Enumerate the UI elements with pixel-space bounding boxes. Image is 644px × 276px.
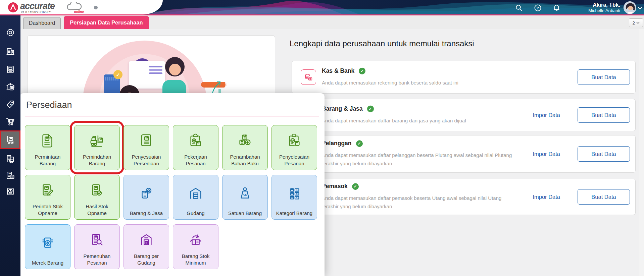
tile-label: Barang Stok Minimum bbox=[173, 253, 218, 269]
sidebar-item-cash-bank[interactable] bbox=[0, 78, 20, 95]
decor-dot bbox=[94, 6, 98, 9]
kg-weight-icon: KG bbox=[222, 175, 267, 210]
tile-penyelesaian-pesanan[interactable]: Penyelesaian Pesanan bbox=[271, 125, 317, 170]
sidebar-item-fixed-asset[interactable] bbox=[0, 150, 20, 167]
avatar[interactable] bbox=[624, 1, 636, 14]
tile-penambahan-bahan-baku[interactable]: Penambahan Bahan Baku bbox=[222, 125, 268, 170]
warehouse-box-icon bbox=[124, 225, 169, 253]
sidebar-item-company[interactable] bbox=[0, 43, 20, 60]
tab-overflow-dropdown[interactable]: 2 bbox=[629, 18, 643, 27]
chevron-down-icon[interactable] bbox=[638, 5, 642, 11]
price-tag-rp-icon: Rp bbox=[6, 100, 15, 109]
tile-label: Pemenuhan Pesanan bbox=[75, 253, 119, 269]
buat-data-button[interactable]: Buat Data bbox=[578, 146, 630, 162]
svg-text:B: B bbox=[296, 193, 298, 195]
buat-data-button[interactable]: Buat Data bbox=[578, 107, 630, 123]
tile-penyesuaian-persediaan[interactable]: Penyesuaian Persediaan bbox=[123, 125, 169, 170]
tile-label: Pekerjaan Pesanan bbox=[173, 154, 218, 170]
tile-satuan-barang[interactable]: KG Satuan Barang bbox=[222, 175, 268, 220]
clipboard-check-box-icon bbox=[272, 125, 317, 154]
status-complete-icon: ✓ bbox=[367, 105, 374, 112]
svg-text:?: ? bbox=[537, 6, 539, 10]
scrollbar[interactable] bbox=[639, 29, 644, 276]
buat-data-button[interactable]: Buat Data bbox=[578, 69, 630, 85]
tile-label: Satuan Barang bbox=[222, 210, 267, 220]
illustration-window bbox=[129, 61, 165, 89]
status-complete-icon: ✓ bbox=[359, 67, 365, 74]
tile-merek-barang[interactable]: Merek Barang bbox=[25, 224, 70, 269]
user-info[interactable]: Akira, Tbk. Michelle Ardianti bbox=[588, 2, 620, 13]
tab-persiapan-data-perusahaan[interactable]: Persiapan Data Perusahaan bbox=[64, 16, 149, 29]
card-barang-jasa: Barang & Jasa ✓ Anda dapat memasukan daf… bbox=[292, 99, 636, 131]
tile-label: Gudang bbox=[173, 210, 218, 220]
sidebar-item-sales[interactable]: Rp bbox=[0, 96, 20, 113]
tile-label: Kategori Barang bbox=[272, 210, 317, 220]
notifications-bell-icon[interactable] bbox=[551, 2, 562, 13]
tile-label: Hasil Stok Opname bbox=[75, 203, 119, 219]
tile-kategori-barang[interactable]: A B C Kategori Barang bbox=[271, 175, 317, 220]
search-icon[interactable] bbox=[513, 2, 525, 13]
brand-tag-gear-icon bbox=[25, 225, 70, 260]
tile-perintah-stok-opname[interactable]: Perintah Stok Opname bbox=[25, 175, 70, 220]
illustration-line bbox=[149, 69, 162, 71]
persediaan-tile-grid: Permintaan Barang Pemindahan Barang bbox=[25, 125, 325, 269]
purchase-cart-icon bbox=[6, 117, 15, 126]
popup-divider bbox=[25, 116, 319, 116]
accurate-logo bbox=[8, 2, 18, 12]
app-window: accurate online v1.0.1#3327-2165271 ? bbox=[0, 0, 644, 276]
tile-barang-stok-minimum[interactable]: Barang Stok Minimum bbox=[173, 224, 218, 269]
user-name: Michelle Ardianti bbox=[588, 8, 620, 13]
tile-barang-jasa[interactable]: Barang & Jasa bbox=[123, 175, 169, 220]
open-box-arrow-icon bbox=[173, 225, 218, 253]
boxes-plus-icon bbox=[222, 125, 267, 154]
card-title: Pelanggan bbox=[322, 140, 352, 147]
persediaan-popup: Persediaan Permintaan Barang bbox=[20, 93, 325, 276]
card-title: Barang & Jasa bbox=[322, 105, 363, 112]
sidebar-item-journal[interactable] bbox=[0, 61, 20, 78]
tile-pemindahan-barang[interactable]: Pemindahan Barang bbox=[74, 125, 120, 170]
sidebar-item-report[interactable] bbox=[0, 183, 20, 200]
illustration-check-badge: ✓ bbox=[113, 70, 122, 79]
bank-icon bbox=[6, 82, 15, 92]
svg-text:C: C bbox=[296, 197, 298, 199]
sidebar-item-settings[interactable] bbox=[0, 24, 20, 41]
impor-data-link[interactable]: Impor Data bbox=[533, 112, 560, 118]
tile-barang-per-gudang[interactable]: Barang per Gudang bbox=[123, 224, 169, 269]
company-buildings-icon bbox=[6, 47, 15, 56]
clipboard-gear-icon bbox=[173, 125, 218, 154]
journal-book-icon bbox=[6, 65, 15, 74]
tile-label: Penyelesaian Pesanan bbox=[272, 154, 317, 170]
help-icon[interactable]: ? bbox=[532, 2, 543, 13]
card-pelanggan: Pelanggan ✓ Anda dapat memasukan daftar … bbox=[292, 135, 636, 173]
panel-heading: Lengkapi data perusahaan untuk memulai t… bbox=[290, 39, 474, 48]
category-grid-icon: A B C bbox=[272, 175, 317, 210]
impor-data-link[interactable]: Impor Data bbox=[533, 194, 560, 200]
sidebar-item-tax[interactable]: TAX bbox=[0, 167, 20, 184]
tile-label: Perintah Stok Opname bbox=[25, 203, 70, 219]
tile-pekerjaan-pesanan[interactable]: Pekerjaan Pesanan bbox=[173, 125, 218, 170]
tab-dashboard[interactable]: Dashboard bbox=[23, 17, 61, 29]
status-complete-icon: ✓ bbox=[356, 140, 363, 147]
sidebar-item-inventory[interactable] bbox=[0, 130, 20, 149]
version-text: v1.0.1#3327-2165271 bbox=[21, 10, 52, 14]
impor-data-link[interactable]: Impor Data bbox=[533, 151, 560, 157]
tile-hasil-stok-opname[interactable]: Hasil Stok Opname bbox=[74, 175, 120, 220]
logo-panel: accurate online v1.0.1#3327-2165271 bbox=[0, 0, 163, 14]
svg-text:Rp: Rp bbox=[10, 103, 13, 106]
tile-label: Merek Barang bbox=[25, 260, 70, 269]
card-kas-bank: Kas & Bank ✓ Anda dapat memasukan rekeni… bbox=[292, 61, 636, 94]
card-title: Kas & Bank bbox=[322, 67, 354, 74]
card-description: Anda dapat memasukan rekening bank beser… bbox=[322, 79, 458, 87]
cloud-icon: online bbox=[66, 2, 83, 14]
forklift-transfer-icon bbox=[75, 125, 119, 154]
tile-pemenuhan-pesanan[interactable]: Pemenuhan Pesanan bbox=[74, 224, 120, 269]
fixed-asset-building-car-icon bbox=[6, 154, 15, 163]
tile-label: Permintaan Barang bbox=[25, 154, 70, 170]
report-chart-icon bbox=[6, 187, 15, 196]
tile-gudang[interactable]: Gudang bbox=[173, 175, 218, 220]
buat-data-button[interactable]: Buat Data bbox=[578, 189, 630, 205]
illustration-man-face bbox=[169, 64, 181, 75]
tile-permintaan-barang[interactable]: Permintaan Barang bbox=[25, 125, 70, 170]
logo-online-label: online bbox=[74, 10, 84, 14]
sidebar-item-purchases[interactable] bbox=[0, 113, 20, 130]
